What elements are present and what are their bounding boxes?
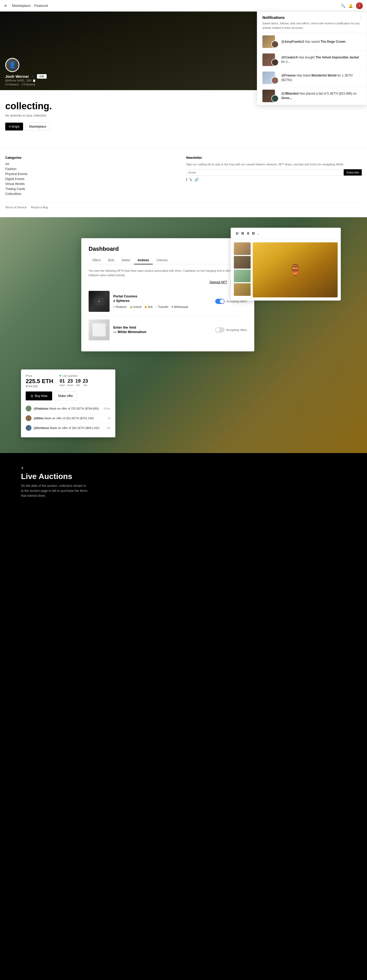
- notifications-panel: Notifications ‹ Saved items, follows, bi…: [257, 11, 367, 105]
- newsletter-title: Newsletter: [186, 156, 362, 159]
- footer-link-digital[interactable]: Digital Events: [5, 177, 181, 181]
- make-offer-button[interactable]: Make offer: [54, 391, 77, 400]
- offer-avatar-2: [26, 425, 32, 431]
- nft-thumb-1: [89, 320, 110, 340]
- offer-row-0: @Ralphtas Made an offer of 225.5ETH ($76…: [26, 404, 111, 413]
- nav-bar: ◉ Marketplace Featured 🔍 🔔 J Notificatio…: [0, 0, 367, 11]
- nft-title-0: Portal Cosmosx Spheres: [113, 294, 212, 303]
- offer-avatar-0: [26, 406, 32, 411]
- footer-link-virtual[interactable]: Virtual Worlds: [5, 182, 181, 186]
- unxd-main-image: 🏺: [253, 242, 338, 298]
- nft-action-transfer[interactable]: ↔ Transfer: [155, 305, 169, 309]
- tab-wallet[interactable]: Wallet: [118, 256, 134, 264]
- terms-link[interactable]: Terms of Service: [5, 206, 27, 209]
- profile-name: Josh Werner: [5, 74, 29, 79]
- drops-button[interactable]: # drops: [5, 123, 23, 130]
- notification-item-0[interactable]: @JonyFrantic2 Has saved The Doge Crown: [257, 32, 367, 51]
- edit-button[interactable]: Edit: [37, 74, 47, 79]
- newsletter-input[interactable]: [186, 169, 343, 175]
- notification-item-2[interactable]: @Freemo Has listed Wonderful World for 1…: [257, 68, 367, 87]
- auction-label: Live auction: [62, 374, 78, 377]
- offer-row-2: @Dorfanon Made an offer of 184.1ETH ($64…: [26, 423, 111, 433]
- footer-link-trading[interactable]: Trading Cards: [5, 187, 181, 191]
- nft-info-0: Portal Cosmosx Spheres ↩ Redeem 🔓 Unlock…: [113, 294, 212, 309]
- offer-time-2: 12h: [106, 426, 111, 430]
- facebook-icon[interactable]: f: [186, 178, 187, 182]
- buy-now-button[interactable]: ⊙ Buy Now: [26, 391, 52, 400]
- newsletter-desc: Sign our mailing list to stay in the loo…: [186, 162, 362, 167]
- offer-row-1: @Bibla Made an offer of 201.6ETH ($701,1…: [26, 413, 111, 423]
- newsletter-subscribe-button[interactable]: Subscribe: [344, 169, 362, 175]
- nft-action-redeem[interactable]: ↩ Redeem: [113, 305, 127, 309]
- notif-text-0: @JonyFrantic2 Has saved The Doge Crown: [281, 40, 346, 44]
- notif-text-2: @Freemo Has listed Wonderful World for 1…: [281, 73, 362, 82]
- profile-avatar: 👤: [5, 58, 19, 72]
- footer-link-fashion[interactable]: Fashion: [5, 167, 181, 171]
- unxd-thumb-3: [234, 270, 251, 282]
- nft-action-sell[interactable]: 💰 Sell: [144, 305, 152, 309]
- dashboard-description: You own the following NFTs that have ope…: [89, 269, 247, 277]
- unxd-panel: U N X D . 🏺: [231, 228, 341, 301]
- tab-unlocks[interactable]: Unlocks: [153, 256, 171, 264]
- timer-hours: 23 Hours: [67, 379, 73, 387]
- notif-user-avatar-0: [271, 41, 279, 48]
- timer-days: 01 Days: [59, 379, 65, 387]
- bell-icon[interactable]: 🔔: [348, 4, 353, 8]
- live-dot: [59, 375, 61, 377]
- notif-text-3: @JBlanded Has placed a bid of 5.4ETH ($1…: [281, 91, 362, 100]
- timer-sec: 23 Sec: [83, 379, 88, 387]
- unxd-thumb-4: [234, 283, 251, 296]
- marketplace-button[interactable]: Marketplace: [25, 123, 50, 130]
- tab-actions[interactable]: Actions: [134, 256, 153, 264]
- nft-thumb-0: [89, 291, 110, 312]
- price-usd: $764,660: [26, 385, 53, 388]
- timer-min: 19 Min: [75, 379, 81, 387]
- followers-count: 0 Followers: [5, 83, 19, 86]
- notifications-subtitle: Saved items, follows, bids and offers. U…: [257, 21, 367, 32]
- user-avatar[interactable]: J: [356, 2, 363, 9]
- nft-action-withdrawal[interactable]: ⬇ Withdrawal: [171, 305, 188, 309]
- tab-offers[interactable]: Offers: [89, 256, 104, 264]
- chevron-up-icon[interactable]: ∧: [21, 466, 346, 470]
- unxd-thumb-1: [234, 242, 251, 255]
- offer-text-1: @Bibla Made an offer of 201.6ETH ($701,1…: [34, 417, 105, 420]
- unxd-thumb-2: [234, 256, 251, 269]
- accepting-offers-label-1: Accepting offers: [226, 328, 247, 331]
- offer-time-1: 3h: [108, 417, 111, 420]
- notification-item-3[interactable]: @JBlanded Has placed a bid of 5.4ETH ($1…: [257, 87, 367, 105]
- report-link[interactable]: Report a Bug: [31, 206, 48, 209]
- price-label: Price: [26, 374, 53, 377]
- offer-text-2: @Dorfanon Made an offer of 184.1ETH ($64…: [34, 426, 104, 430]
- dashboard-panel: Dashboard Offers Bids Wallet Actions Unl…: [81, 238, 254, 352]
- notifications-chevron[interactable]: ‹: [361, 16, 362, 19]
- link-icon[interactable]: 🔗: [194, 178, 199, 182]
- notif-text-1: @CreatorX Has bought The Velvet Impossib…: [281, 55, 362, 64]
- circle-icon: ⊙: [30, 394, 34, 398]
- live-auctions-title: Live Auctions: [21, 472, 346, 481]
- live-auctions-description: On the date of the auction, collectors s…: [21, 484, 89, 499]
- accepting-offers-toggle-0[interactable]: [215, 299, 225, 304]
- footer-link-physical[interactable]: Physical Events: [5, 172, 181, 176]
- twitter-icon[interactable]: 𝕏: [189, 178, 192, 182]
- nft-action-unlock[interactable]: 🔓 Unlock: [129, 305, 142, 309]
- live-auctions-section: ∧ Live Auctions On the date of the aucti…: [0, 453, 367, 511]
- nav-logo: ◉: [4, 4, 7, 7]
- background-section: U N X D . 🏺 Dashboard Offers Bids Wallet…: [0, 217, 367, 453]
- notifications-title: Notifications: [262, 16, 285, 20]
- footer-link-art[interactable]: Art: [5, 162, 181, 166]
- svg-point-3: [98, 301, 100, 302]
- nft-item-0: Portal Cosmosx Spheres ↩ Redeem 🔓 Unlock…: [89, 287, 247, 316]
- accepting-offers-toggle-1[interactable]: [215, 327, 225, 332]
- nav-link-featured[interactable]: Featured: [34, 4, 48, 8]
- search-icon[interactable]: 🔍: [341, 4, 345, 8]
- verified-badge: ✓: [31, 75, 34, 78]
- deposit-nft-link[interactable]: Deposit NFT: [209, 280, 227, 284]
- footer-link-collectibles[interactable]: Collectibles: [5, 192, 181, 196]
- offer-avatar-1: [26, 415, 32, 421]
- buy-section: Price 225.5 ETH $764,660 Live auction 01…: [21, 369, 115, 438]
- following-count: 0 Following: [22, 83, 35, 86]
- notification-item-1[interactable]: @CreatorX Has bought The Velvet Impossib…: [257, 51, 367, 68]
- offer-text-0: @Ralphtas Made an offer of 225.5ETH ($76…: [34, 407, 101, 410]
- nav-link-marketplace[interactable]: Marketplace: [12, 4, 31, 8]
- tab-bids[interactable]: Bids: [104, 256, 118, 264]
